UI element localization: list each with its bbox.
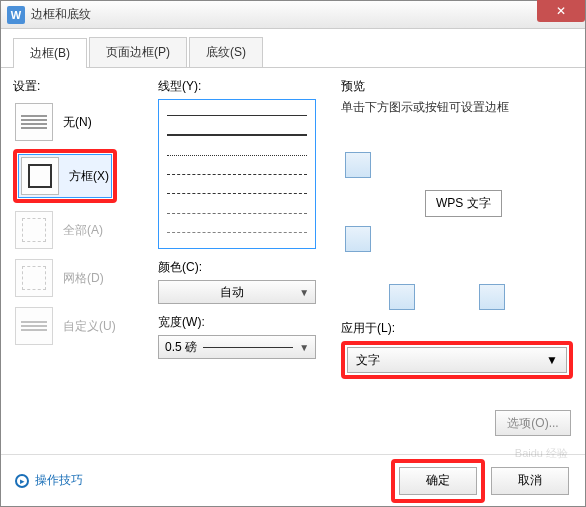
tab-label: 页面边框(P) bbox=[106, 45, 170, 59]
play-icon: ▸ bbox=[15, 474, 29, 488]
setting-label: 无(N) bbox=[63, 114, 92, 131]
all-icon bbox=[15, 211, 53, 249]
apply-row: 应用于(L): 文字 ▼ bbox=[341, 320, 573, 379]
color-value: 自动 bbox=[220, 284, 244, 301]
tab-label: 底纹(S) bbox=[206, 45, 246, 59]
close-icon: ✕ bbox=[556, 4, 566, 18]
setting-box[interactable]: 方框(X) bbox=[19, 155, 111, 197]
preview-column: 预览 单击下方图示或按钮可设置边框 WPS 文字 应用于(L): 文字 ▼ bbox=[341, 78, 573, 454]
ok-button[interactable]: 确定 bbox=[399, 467, 477, 495]
dialog-footer: ▸ 操作技巧 确定 取消 bbox=[1, 454, 585, 506]
cancel-button[interactable]: 取消 bbox=[491, 467, 569, 495]
highlight-box-setting: 方框(X) bbox=[13, 149, 117, 203]
tips-label: 操作技巧 bbox=[35, 472, 83, 489]
tab-page-border[interactable]: 页面边框(P) bbox=[89, 37, 187, 67]
grid-icon bbox=[15, 259, 53, 297]
chevron-down-icon: ▼ bbox=[299, 287, 309, 298]
setting-grid[interactable]: 网格(D) bbox=[13, 257, 152, 299]
color-label: 颜色(C): bbox=[158, 259, 327, 276]
linetype-label: 线型(Y): bbox=[158, 78, 327, 95]
highlight-ok: 确定 bbox=[391, 459, 485, 503]
tab-strip: 边框(B) 页面边框(P) 底纹(S) bbox=[1, 29, 585, 68]
ok-label: 确定 bbox=[426, 472, 450, 489]
apply-value: 文字 bbox=[356, 352, 380, 369]
none-icon bbox=[15, 103, 53, 141]
chevron-down-icon: ▼ bbox=[299, 342, 309, 353]
width-label: 宽度(W): bbox=[158, 314, 327, 331]
tab-border[interactable]: 边框(B) bbox=[13, 38, 87, 68]
settings-column: 设置: 无(N) 方框(X) 全部(A) 网格(D) bbox=[13, 78, 152, 454]
border-top-button[interactable] bbox=[345, 152, 371, 178]
width-combo[interactable]: 0.5 磅 ▼ bbox=[158, 335, 316, 359]
setting-custom[interactable]: 自定义(U) bbox=[13, 305, 152, 347]
options-button: 选项(O)... bbox=[495, 410, 571, 436]
setting-label: 网格(D) bbox=[63, 270, 104, 287]
title-bar: W 边框和底纹 ✕ bbox=[1, 1, 585, 29]
linetype-list[interactable] bbox=[158, 99, 316, 249]
setting-all[interactable]: 全部(A) bbox=[13, 209, 152, 251]
app-icon: W bbox=[7, 6, 25, 24]
setting-label: 自定义(U) bbox=[63, 318, 116, 335]
dialog-body: 设置: 无(N) 方框(X) 全部(A) 网格(D) bbox=[1, 68, 585, 454]
border-left-button[interactable] bbox=[389, 284, 415, 310]
preview-hint: 单击下方图示或按钮可设置边框 bbox=[341, 99, 573, 116]
preview-area: WPS 文字 bbox=[341, 134, 573, 314]
window-title: 边框和底纹 bbox=[31, 6, 91, 23]
settings-label: 设置: bbox=[13, 78, 152, 95]
custom-icon bbox=[15, 307, 53, 345]
highlight-apply: 文字 ▼ bbox=[341, 341, 573, 379]
line-column: 线型(Y): 颜色(C): 自动 ▼ 宽度(W): 0.5 磅 ▼ bbox=[158, 78, 327, 454]
setting-label: 全部(A) bbox=[63, 222, 103, 239]
tab-shading[interactable]: 底纹(S) bbox=[189, 37, 263, 67]
preview-sample: WPS 文字 bbox=[425, 190, 502, 217]
setting-none[interactable]: 无(N) bbox=[13, 101, 152, 143]
box-icon bbox=[21, 157, 59, 195]
tips-link[interactable]: ▸ 操作技巧 bbox=[15, 472, 83, 489]
width-value: 0.5 磅 bbox=[165, 339, 197, 356]
close-button[interactable]: ✕ bbox=[537, 0, 585, 22]
preview-label: 预览 bbox=[341, 78, 573, 95]
tab-label: 边框(B) bbox=[30, 46, 70, 60]
border-bottom-button[interactable] bbox=[345, 226, 371, 252]
setting-label: 方框(X) bbox=[69, 168, 109, 185]
color-combo[interactable]: 自动 ▼ bbox=[158, 280, 316, 304]
options-label: 选项(O)... bbox=[507, 415, 558, 432]
cancel-label: 取消 bbox=[518, 472, 542, 489]
chevron-down-icon: ▼ bbox=[546, 353, 558, 367]
border-right-button[interactable] bbox=[479, 284, 505, 310]
apply-combo[interactable]: 文字 ▼ bbox=[347, 347, 567, 373]
dialog-window: W 边框和底纹 ✕ 边框(B) 页面边框(P) 底纹(S) 设置: 无(N) 方… bbox=[0, 0, 586, 507]
apply-label: 应用于(L): bbox=[341, 320, 573, 337]
